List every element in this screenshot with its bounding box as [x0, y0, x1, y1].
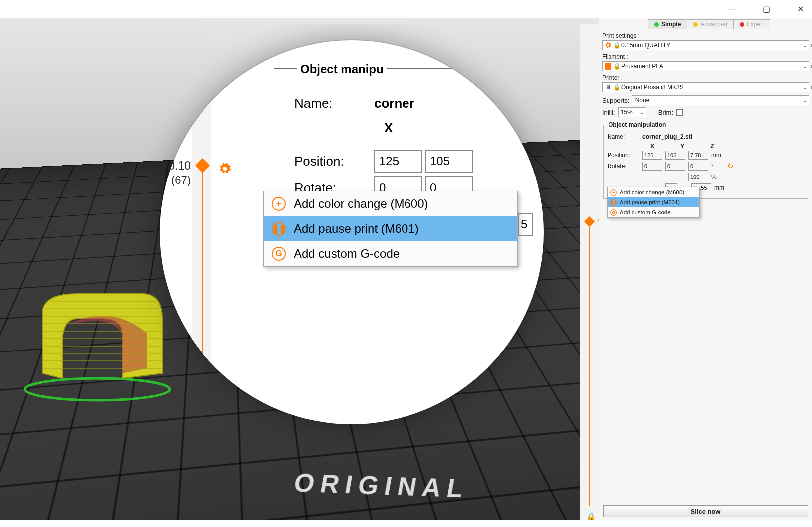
filament-color-swatch [603, 63, 613, 70]
filament-dropdown[interactable]: 🔒 Prusament PLA ⌄ [602, 61, 809, 71]
column-x: X [642, 142, 662, 150]
supports-value: None [632, 97, 801, 104]
model-preview[interactable] [22, 274, 187, 405]
gear-icon [603, 42, 613, 49]
plus-icon: + [610, 189, 617, 196]
rotate-z-input[interactable]: 0 [688, 162, 708, 171]
menu-item-label: Add custom G-code [620, 209, 671, 215]
partial-input-5[interactable]: 5 [518, 213, 533, 236]
name-value-zoom: corner_ [374, 96, 421, 111]
lock-icon: 🔒 [613, 63, 620, 70]
print-settings-label: Print settings : [602, 32, 809, 39]
unit-mm: mm [714, 184, 726, 191]
brim-label: Brim: [658, 109, 673, 116]
tab-simple[interactable]: Simple [648, 20, 687, 29]
settings-panel: Simple Advanced Expert Print settings : … [599, 18, 812, 520]
supports-label: Supports: [602, 97, 630, 104]
lock-icon: 🔒 [613, 42, 620, 49]
name-label-zoom: Name: [294, 96, 374, 111]
scale-z-input[interactable]: 100 [688, 173, 708, 181]
window-titlebar: — ▢ ✕ [0, 0, 812, 18]
print-settings-dropdown[interactable]: 🔒 0.15mm QUALITY ⌄ [602, 40, 809, 50]
menu-add-pause-label: Add pause print (M601) [294, 222, 419, 236]
column-x-zoom: X [384, 120, 393, 136]
column-y: Y [672, 142, 692, 150]
layer-slider-track[interactable] [589, 223, 590, 506]
menu-add-custom-gcode-zoom[interactable]: G Add custom G-code [264, 241, 517, 266]
maximize-button[interactable]: ▢ [756, 1, 776, 16]
brim-checkbox[interactable] [676, 109, 683, 116]
layer-slider[interactable]: 🔒 [580, 24, 599, 520]
object-manip-legend-zoom: Object manipu [297, 62, 387, 76]
position-y-input-zoom[interactable]: 105 [425, 150, 473, 173]
layer-n-label: (67) [556, 219, 578, 226]
menu-item-label: Add color change (M600) [620, 189, 684, 195]
mode-tabs: Simple Advanced Expert [648, 19, 770, 29]
menu-add-pause-print[interactable]: ❚❚ Add pause print (M601) [608, 197, 699, 207]
printer-dropdown[interactable]: 🖥 🔒 Original Prusa i3 MK3S ⌄ [602, 82, 809, 92]
layer-context-menu: + Add color change (M600) ❚❚ Add pause p… [607, 187, 700, 218]
layer-context-menu-zoom: + Add color change (M600) ❚❚ Add pause p… [263, 191, 518, 267]
rotate-x-input[interactable]: 0 [642, 162, 662, 171]
viewport-3d[interactable]: ORIGINAL 10.10 [0, 18, 599, 520]
gear-icon[interactable] [810, 63, 812, 72]
position-y-input[interactable]: 105 [665, 151, 685, 160]
menu-add-color-change[interactable]: + Add color change (M600) [608, 187, 699, 197]
menu-add-custom-gcode[interactable]: G Add custom G-code [608, 207, 699, 217]
print-settings-value: 0.15mm QUALITY [620, 42, 801, 49]
position-label: Position: [608, 152, 639, 159]
menu-add-gcode-label: Add custom G-code [294, 247, 400, 261]
pause-icon: ❚❚ [272, 222, 286, 236]
column-z: Z [702, 142, 722, 150]
rotate-label: Rotate: [608, 163, 639, 170]
infill-label: Infill: [602, 109, 615, 116]
pause-icon: ❚❚ [610, 199, 617, 206]
rotate-y-input[interactable]: 0 [665, 162, 685, 171]
filament-label: Filament : [602, 53, 809, 60]
svg-point-0 [25, 378, 170, 400]
position-x-input[interactable]: 125 [642, 151, 662, 160]
gear-icon[interactable] [810, 42, 812, 51]
lock-icon[interactable]: 🔒 [586, 512, 596, 520]
chevron-down-icon[interactable]: ⌄ [801, 62, 809, 71]
slice-now-button[interactable]: Slice now [603, 505, 808, 517]
position-x-input-zoom[interactable]: 125 [374, 150, 422, 173]
infill-dropdown[interactable]: 15% ⌄ [618, 107, 646, 117]
object-manip-legend: Object manipulation [608, 121, 667, 128]
supports-dropdown[interactable]: None ⌄ [632, 95, 809, 105]
plus-icon: + [272, 197, 286, 211]
layer-slider-handle[interactable] [584, 216, 595, 227]
menu-item-label: Add pause print (M601) [620, 199, 680, 205]
menu-add-pause-print-zoom[interactable]: ❚❚ Add pause print (M601) [264, 216, 517, 241]
menu-add-color-change-zoom[interactable]: + Add color change (M600) [264, 191, 517, 216]
infill-value: 15% [619, 109, 638, 116]
filament-value: Prusament PLA [620, 63, 801, 70]
printer-label: Printer : [602, 74, 809, 81]
gcode-icon: G [272, 247, 286, 261]
position-z-input[interactable]: 7.78 [688, 151, 708, 160]
reset-rotation-icon[interactable]: ↻ [727, 162, 734, 171]
chevron-down-icon[interactable]: ⌄ [801, 41, 809, 50]
lock-icon: 🔒 [613, 84, 620, 91]
unit-mm: mm [711, 152, 723, 159]
tab-advanced[interactable]: Advanced [687, 20, 733, 29]
tab-expert[interactable]: Expert [734, 20, 770, 29]
layer-z-label: 10.10 [556, 211, 578, 218]
gear-icon[interactable] [810, 84, 812, 93]
printer-value: Original Prusa i3 MK3S [620, 84, 801, 91]
name-label: Name: [608, 133, 639, 140]
unit-deg: ° [711, 163, 723, 170]
layer-n-bottom-label: (1) [556, 505, 578, 513]
gcode-icon: G [610, 209, 617, 216]
layer-z-bottom-label: 0.20 [556, 497, 578, 505]
unit-pct: % [711, 174, 723, 180]
close-button[interactable]: ✕ [790, 1, 810, 16]
chevron-down-icon[interactable]: ⌄ [801, 96, 809, 105]
chevron-down-icon[interactable]: ⌄ [638, 108, 646, 117]
position-label-zoom: Position: [294, 154, 374, 169]
chevron-down-icon[interactable]: ⌄ [801, 83, 809, 92]
printer-icon: 🖥 [603, 84, 613, 91]
minimize-button[interactable]: — [722, 1, 742, 16]
bed-brand-text: ORIGINAL [292, 468, 472, 504]
object-name-value: corner_plug_2.stl [642, 133, 692, 140]
